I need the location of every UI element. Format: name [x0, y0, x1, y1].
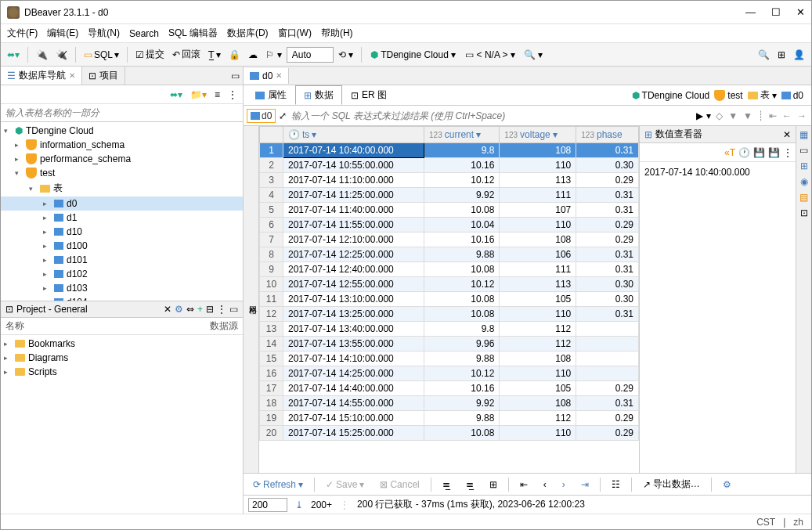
minimize-button[interactable]: — [745, 6, 756, 18]
table-row[interactable]: 32017-07-14 11:10:00.00010.121130.29 [260, 173, 639, 188]
close-button[interactable]: ✕ [796, 6, 805, 18]
edit-btn[interactable]: ≡̲ [461, 478, 478, 492]
table-row[interactable]: 82017-07-14 12:25:00.0009.881060.31 [260, 247, 639, 262]
cancel-button[interactable]: ⊠ Cancel [375, 478, 424, 492]
table-row[interactable]: 52017-07-14 11:40:00.00010.081070.31 [260, 203, 639, 218]
tree-table-item[interactable]: ▸d10 [1, 225, 243, 239]
maximize-button[interactable]: ☐ [771, 6, 781, 18]
filter-icon[interactable]: ▼ [727, 110, 739, 122]
table-row[interactable]: 202017-07-14 15:25:00.00010.081100.29 [260, 426, 639, 441]
script-button[interactable]: ☷ [607, 478, 625, 492]
search-toolbar-button[interactable]: 🔍 ▾ [521, 48, 546, 62]
table-row[interactable]: 122017-07-14 13:25:00.00010.081100.31 [260, 307, 639, 322]
table-row[interactable]: 42017-07-14 11:25:00.0009.921110.31 [260, 188, 639, 203]
more-icon[interactable]: ⋮ [217, 304, 226, 315]
lock-button[interactable]: 🔒 [226, 48, 244, 62]
table-row[interactable]: 172017-07-14 14:40:00.00010.161050.29 [260, 381, 639, 396]
bc-conn[interactable]: ⬢TDengine Cloud [632, 90, 710, 101]
new-conn-button[interactable]: ⬌▾ [4, 48, 23, 62]
project-item[interactable]: ▸Diagrams [1, 351, 243, 365]
tree-search-input[interactable] [1, 104, 243, 122]
subtab-er[interactable]: ⊡ER 图 [342, 85, 395, 105]
col-voltage[interactable]: 123 voltage▾ [500, 127, 576, 143]
col-ts[interactable]: 🕐 ts▾ [283, 127, 424, 143]
collapse-icon[interactable]: ⊟ [206, 304, 214, 315]
timezone[interactable]: CST [756, 517, 775, 528]
menu-sql[interactable]: SQL 编辑器 [168, 27, 218, 40]
more-icon[interactable]: ⋮ [783, 147, 792, 158]
tool-icon[interactable]: ⊞ [800, 160, 808, 171]
save-icon[interactable]: 💾 [753, 147, 765, 158]
tree-table-item[interactable]: ▸d102 [1, 267, 243, 281]
close-icon[interactable]: ✕ [164, 304, 171, 315]
tool-icon[interactable]: ▭ [799, 145, 808, 156]
nav-prev-icon[interactable]: ← [781, 110, 793, 122]
tree-tables-folder[interactable]: ▾表 [1, 180, 243, 196]
save-button[interactable]: ✓ Save ▾ [321, 478, 369, 492]
flag-button[interactable]: ⚐ ▾ [262, 48, 284, 62]
search-icon[interactable]: 🔍 [755, 48, 773, 62]
tx-mode-button[interactable]: T̲ ▾ [205, 48, 224, 62]
table-row[interactable]: 112017-07-14 13:10:00.00010.081050.30 [260, 292, 639, 307]
edit-btn[interactable]: ⊞ [485, 478, 502, 492]
perspective-button[interactable]: ⊞ [774, 48, 789, 62]
connection-dropdown[interactable]: ⬢ TDengine Cloud ▾ [366, 47, 460, 63]
table-row[interactable]: 12017-07-14 10:40:00.0009.81080.31 [260, 143, 639, 158]
cloud-button[interactable]: ☁ [245, 48, 261, 62]
table-row[interactable]: 182017-07-14 14:55:00.0009.921080.31 [260, 396, 639, 411]
tab-db-nav[interactable]: ☰ 数据库导航 ✕ [1, 67, 82, 85]
folder-button[interactable]: 📁▾ [188, 88, 209, 101]
expand-icon[interactable]: ⤢ [279, 110, 287, 121]
gear-icon[interactable]: ⚙ [175, 304, 183, 315]
tree-table-item[interactable]: ▸d1 [1, 211, 243, 225]
table-row[interactable]: 162017-07-14 14:25:00.00010.12110 [260, 366, 639, 381]
commit-button[interactable]: ☑ 提交 [132, 46, 168, 63]
tree-table-item[interactable]: ▸d100 [1, 239, 243, 253]
col-current[interactable]: 123 current▾ [424, 127, 500, 143]
tool-icon[interactable]: ▤ [799, 192, 808, 203]
connect-tree-button[interactable]: ⬌▾ [168, 88, 185, 101]
apply-filter-button[interactable]: ▶ [696, 110, 703, 121]
rownum-header[interactable] [260, 127, 283, 143]
auto-input[interactable] [287, 47, 334, 63]
clock-icon[interactable]: 🕐 [738, 147, 750, 158]
auto-config-button[interactable]: ⟲ ▾ [335, 48, 356, 62]
tool-icon[interactable]: ⊡ [800, 207, 808, 218]
table-row[interactable]: 152017-07-14 14:10:00.0009.88108 [260, 352, 639, 366]
add-icon[interactable]: + [197, 304, 203, 315]
col-phase[interactable]: 123 phase [576, 127, 639, 143]
export-button[interactable]: ↗ 导出数据… [638, 476, 705, 492]
link-icon[interactable]: ⇔ [186, 304, 194, 315]
minimize-icon[interactable]: ▭ [229, 304, 238, 315]
table-row[interactable]: 22017-07-14 10:55:00.00010.161100.30 [260, 158, 639, 173]
text-icon[interactable]: «T [724, 147, 735, 158]
menu-search[interactable]: Search [129, 28, 159, 39]
subtab-data[interactable]: ⊞数据 [295, 85, 342, 105]
bc-table[interactable]: d0 [781, 90, 803, 101]
table-row[interactable]: 102017-07-14 12:55:00.00010.121130.30 [260, 277, 639, 292]
menu-help[interactable]: 帮助(H) [321, 27, 353, 40]
table-row[interactable]: 142017-07-14 13:55:00.0009.96112 [260, 337, 639, 352]
menu-db[interactable]: 数据库(D) [227, 27, 269, 40]
close-viewer-icon[interactable]: ✕ [783, 129, 791, 140]
saveas-icon[interactable]: 💾 [768, 147, 780, 158]
tree-root[interactable]: ▾⬢TDengine Cloud [1, 124, 243, 138]
tree-table-item[interactable]: ▸d103 [1, 281, 243, 295]
menu-nav[interactable]: 导航(N) [88, 27, 120, 40]
filter-custom-icon[interactable]: ▼ [742, 110, 754, 122]
data-grid[interactable]: 🕐 ts▾ 123 current▾ 123 voltage▾ 123 phas… [259, 126, 639, 473]
tree-table-item[interactable]: ▸d104 [1, 295, 243, 301]
editor-tab[interactable]: d0 ✕ [244, 68, 289, 84]
tree-more-button[interactable]: ⋮ [226, 88, 240, 101]
refresh-button[interactable]: ⟳ Refresh ▾ [248, 478, 308, 492]
tree-table-item[interactable]: ▸d101 [1, 253, 243, 267]
tree-schema[interactable]: ▸performance_schema [1, 152, 243, 166]
tree-schema[interactable]: ▸information_schema [1, 138, 243, 152]
fetch-icon[interactable]: ⤓ [295, 499, 303, 510]
language[interactable]: zh [793, 517, 803, 528]
prev-page-button[interactable]: ‹ [539, 478, 551, 492]
settings-button[interactable]: ⚙ [718, 478, 736, 492]
table-row[interactable]: 192017-07-14 15:10:00.0009.881120.29 [260, 411, 639, 426]
close-icon[interactable]: ✕ [69, 71, 75, 80]
table-row[interactable]: 72017-07-14 12:10:00.00010.161080.29 [260, 233, 639, 247]
